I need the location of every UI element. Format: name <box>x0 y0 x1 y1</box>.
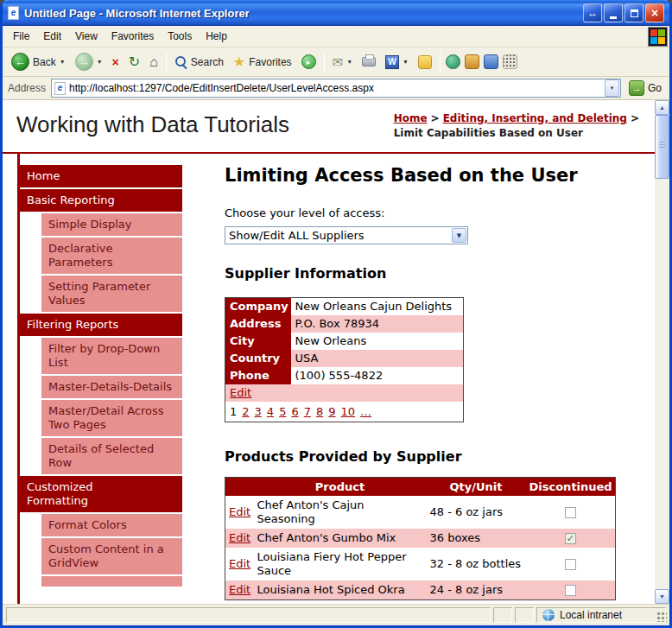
stop-button[interactable]: × <box>108 49 124 75</box>
close-icon: × <box>651 6 658 20</box>
products-grid-table: Product Qty/Unit Discontinued Edit Chef … <box>225 477 616 600</box>
menu-help[interactable]: Help <box>199 26 234 47</box>
edit-with-word-button[interactable]: W ▼ <box>381 49 413 75</box>
sidebar-item-filter-by-dropdown-list[interactable]: Filter by Drop-Down List <box>41 338 182 374</box>
table-row: Address P.O. Box 78934 <box>225 315 464 333</box>
sidebar-item-filtering-reports[interactable]: Filtering Reports <box>20 314 182 336</box>
status-pane <box>493 607 512 623</box>
highlight-tool-icon[interactable] <box>465 54 479 69</box>
pager: 12345678910… <box>225 402 464 422</box>
sidebar-nav: Home Basic Reporting Simple Display Decl… <box>20 165 182 587</box>
menu-tools[interactable]: Tools <box>161 26 199 47</box>
pager-page-link[interactable]: 7 <box>304 405 311 418</box>
resize-button[interactable]: ↔ <box>583 3 602 22</box>
sidebar-item-details-of-selected-row[interactable]: Details of Selected Row <box>41 438 182 474</box>
pager-page-link[interactable]: 8 <box>316 405 323 418</box>
chevron-down-icon: ▼ <box>610 86 615 91</box>
go-button[interactable]: → Go <box>626 80 664 96</box>
mail-icon: ✉ <box>333 54 344 70</box>
media-button[interactable]: ▸ <box>297 49 320 75</box>
discontinued-checkbox <box>565 507 576 518</box>
table-row: Edit Chef Anton's Gumbo Mix 36 boxes ✓ <box>225 529 616 548</box>
globe-tool-icon[interactable] <box>446 54 460 69</box>
edit-column-header <box>225 477 254 496</box>
home-icon: ⌂ <box>149 54 158 70</box>
supplier-edit-link[interactable]: Edit <box>230 386 251 399</box>
scrollbar-thumb[interactable] <box>655 115 669 179</box>
discontinued-checkbox: ✓ <box>565 533 576 544</box>
toolbar-separator <box>166 52 167 73</box>
sidebar-item-master-details-details[interactable]: Master-Details-Details <box>41 376 182 398</box>
mail-button[interactable]: ✉ ▼ <box>328 49 358 75</box>
window-resize-grip[interactable] <box>656 611 667 622</box>
address-dropdown-button[interactable]: ▼ <box>605 79 619 97</box>
grid-tool-icon[interactable] <box>503 54 517 69</box>
sidebar-item-simple-display[interactable]: Simple Display <box>41 213 182 236</box>
favorites-button[interactable]: ★ Favorites <box>229 49 296 75</box>
sidebar-item-format-colors[interactable]: Format Colors <box>41 514 182 536</box>
grid-header-row: Product Qty/Unit Discontinued <box>225 477 616 496</box>
product-column-header: Product <box>254 477 427 496</box>
sidebar-item-customized-formatting[interactable]: Customized Formatting <box>20 476 182 512</box>
scroll-up-button[interactable]: ▲ <box>655 100 669 115</box>
print-button[interactable] <box>358 49 380 75</box>
field-value: (100) 555-4822 <box>291 367 464 384</box>
maximize-button[interactable] <box>624 3 643 22</box>
pager-page-link[interactable]: 4 <box>267 405 274 418</box>
refresh-button[interactable]: ↻ <box>124 49 144 75</box>
field-label: Phone <box>225 367 291 384</box>
menu-view[interactable]: View <box>68 26 105 47</box>
back-label: Back <box>33 56 56 68</box>
research-tool-icon[interactable] <box>484 54 498 69</box>
favorites-icon: ★ <box>233 54 245 70</box>
access-level-selected-value: Show/Edit ALL Suppliers <box>229 229 365 242</box>
sidebar-item-partial[interactable] <box>41 576 182 587</box>
table-row: Company New Orleans Cajun Delights <box>225 298 464 315</box>
sidebar-item-master-detail-two-pages[interactable]: Master/Detail Across Two Pages <box>41 400 182 436</box>
back-button[interactable]: ← Back ▼ <box>7 49 70 75</box>
breadcrumb-home-link[interactable]: Home <box>394 112 428 124</box>
table-row: Country USA <box>225 350 464 367</box>
close-button[interactable]: × <box>645 3 664 22</box>
pager-page-link[interactable]: 2 <box>242 405 249 418</box>
menu-favorites[interactable]: Favorites <box>105 26 161 47</box>
product-edit-link[interactable]: Edit <box>229 531 250 544</box>
search-button[interactable]: Search <box>170 49 228 75</box>
windows-logo-throbber <box>648 27 668 47</box>
sidebar-item-custom-content-gridview[interactable]: Custom Content in a GridView <box>41 538 182 574</box>
minimize-button[interactable] <box>604 3 623 22</box>
product-edit-link[interactable]: Edit <box>229 583 250 596</box>
pager-page-link[interactable]: 3 <box>255 405 262 418</box>
sidebar-item-home[interactable]: Home <box>20 165 182 187</box>
access-level-select[interactable]: Show/Edit ALL Suppliers ▼ <box>225 226 468 244</box>
forward-button[interactable]: → ▼ <box>71 49 107 75</box>
product-name: Chef Anton's Gumbo Mix <box>254 529 427 548</box>
product-qty: 32 - 8 oz bottles <box>427 548 526 580</box>
sidebar-item-declarative-parameters[interactable]: Declarative Parameters <box>41 238 182 274</box>
back-icon: ← <box>11 53 29 71</box>
sidebar-item-basic-reporting[interactable]: Basic Reporting <box>20 189 182 212</box>
sidebar-item-setting-parameter-values[interactable]: Setting Parameter Values <box>41 276 182 312</box>
pager-page-link[interactable]: 10 <box>341 405 356 418</box>
pager-page-link[interactable]: 6 <box>291 405 298 418</box>
pager-page-link[interactable]: 5 <box>279 405 286 418</box>
product-edit-link[interactable]: Edit <box>229 557 250 570</box>
messenger-button[interactable] <box>414 49 436 75</box>
menu-file[interactable]: File <box>6 26 36 47</box>
mail-dropdown-icon: ▼ <box>346 59 352 65</box>
address-input[interactable]: e http://localhost:1297/Code/EditInsertD… <box>51 79 621 98</box>
scroll-down-button[interactable]: ▼ <box>655 589 669 604</box>
pager-ellipsis-link[interactable]: … <box>360 405 371 418</box>
menu-edit[interactable]: Edit <box>36 26 68 47</box>
select-dropdown-button[interactable]: ▼ <box>452 228 466 243</box>
home-button[interactable]: ⌂ <box>145 49 162 75</box>
minimize-icon <box>610 16 617 19</box>
pager-page-link[interactable]: 9 <box>328 405 335 418</box>
edit-row: Edit <box>225 384 464 402</box>
field-value: USA <box>291 350 464 367</box>
breadcrumb-current: Limit Capabilities Based on User <box>394 127 583 139</box>
product-edit-link[interactable]: Edit <box>229 505 250 518</box>
breadcrumb-section-link[interactable]: Editing, Inserting, and Deleting <box>443 112 627 124</box>
field-value: P.O. Box 78934 <box>291 315 464 333</box>
vertical-scrollbar[interactable]: ▲ ▼ <box>655 100 669 604</box>
